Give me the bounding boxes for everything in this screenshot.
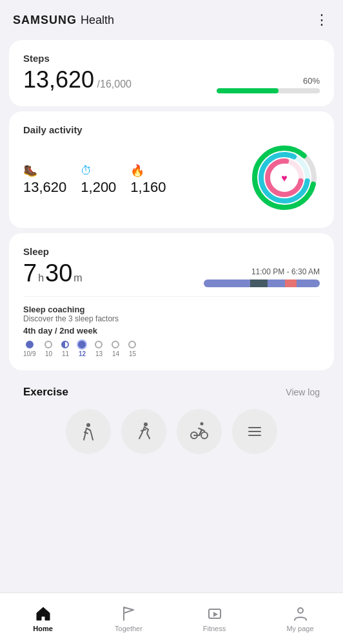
dot-col-4: 12 (78, 341, 86, 357)
dot-4 (78, 341, 86, 348)
exercise-section: Exercise View log (9, 375, 334, 460)
dot-3 (61, 341, 69, 348)
person-icon (292, 605, 309, 622)
sleep-m-unit: m (74, 272, 82, 284)
sleep-coaching: Sleep coaching Discover the 3 sleep fact… (23, 296, 320, 357)
svg-point-17 (298, 608, 303, 613)
steps-main: 13,620 /16,000 60% (23, 66, 320, 93)
dot-col-7: 15 (128, 341, 136, 357)
activity-time-value: 1,200 (81, 179, 116, 196)
exercise-viewlog[interactable]: View log (286, 387, 320, 397)
steps-percent: 60% (303, 76, 320, 86)
svg-point-7 (86, 423, 90, 427)
sleep-h-unit: h (38, 272, 44, 284)
sleep-time-wrap: 11:00 PM - 6:30 AM (204, 267, 320, 287)
dot-col-1: 10/9 (23, 341, 35, 357)
exercise-more-button[interactable] (232, 409, 277, 454)
bottom-nav: Home Together Fitness My page (0, 592, 343, 644)
sleep-main: 7 h 30 m 11:00 PM - 6:30 AM (23, 260, 320, 287)
dot-label-2: 10 (45, 350, 52, 357)
fitness-icon (206, 605, 223, 622)
dot-col-3: 11 (61, 341, 69, 357)
steps-value: 13,620 (23, 66, 94, 93)
steps-goal: /16,000 (97, 79, 132, 90)
sleep-title: Sleep (23, 246, 320, 257)
steps-icon: 🥾 (23, 164, 37, 178)
svg-rect-13 (248, 431, 261, 432)
logo-health: Health (81, 14, 114, 27)
nav-mypage[interactable]: My page (257, 605, 343, 632)
coaching-title: Sleep coaching (23, 305, 320, 314)
dot-7 (128, 341, 136, 348)
menu-button[interactable]: ⋮ (315, 12, 330, 28)
svg-text:♥: ♥ (281, 173, 288, 184)
nav-together[interactable]: Together (86, 605, 172, 632)
home-icon (35, 605, 52, 622)
svg-point-11 (201, 432, 208, 439)
logo-samsung: SAMSUNG (13, 14, 77, 27)
nav-fitness-label: Fitness (203, 625, 226, 632)
steps-progress-fill (217, 88, 279, 93)
dot-label-6: 14 (112, 350, 119, 357)
time-icon: ⏱ (81, 164, 92, 178)
coaching-day: 4th day / 2nd week (23, 326, 320, 336)
exercise-header: Exercise View log (23, 386, 320, 399)
exercise-run-button[interactable] (121, 409, 166, 454)
steps-progress-bar (217, 88, 320, 93)
coaching-dots: 10/9 10 11 12 (23, 341, 320, 357)
sleep-bar (204, 279, 320, 287)
steps-card: Steps 13,620 /16,000 60% (9, 40, 334, 106)
activity-card: Daily activity 🥾 13,620 ⏱ 1,200 🔥 1,160 (9, 111, 334, 228)
activity-stat-steps: 🥾 13,620 (23, 164, 66, 196)
calories-icon: 🔥 (130, 164, 144, 178)
sleep-hours: 7 (23, 260, 37, 287)
activity-calories-value: 1,160 (130, 179, 166, 196)
flag-icon (121, 605, 137, 622)
nav-home-label: Home (33, 625, 53, 632)
dot-col-6: 14 (112, 341, 119, 357)
activity-title: Daily activity (23, 124, 320, 135)
sleep-duration: 7 h 30 m (23, 260, 83, 287)
svg-point-9 (201, 422, 204, 426)
nav-fitness[interactable]: Fitness (172, 605, 257, 632)
dot-6 (112, 341, 119, 348)
exercise-title: Exercise (23, 386, 68, 399)
sleep-card: Sleep 7 h 30 m 11:00 PM - 6:30 AM Sleep … (9, 233, 334, 370)
dot-label-4: 12 (79, 350, 86, 357)
steps-title: Steps (23, 53, 320, 64)
activity-stats: 🥾 13,620 ⏱ 1,200 🔥 1,160 (23, 164, 166, 196)
svg-rect-14 (248, 435, 261, 436)
exercise-cycle-button[interactable] (177, 409, 222, 454)
app-header: SAMSUNG Health ⋮ (0, 0, 343, 35)
dot-label-3: 11 (62, 350, 69, 357)
dot-label-1: 10/9 (23, 350, 35, 357)
activity-heart-ring: ♥ (249, 144, 320, 215)
sleep-minutes: 30 (45, 260, 72, 287)
coaching-desc: Discover the 3 sleep factors (23, 314, 320, 323)
exercise-walk-button[interactable] (66, 409, 111, 454)
dot-col-2: 10 (44, 341, 52, 357)
svg-rect-12 (248, 427, 261, 428)
activity-stat-time: ⏱ 1,200 (81, 164, 116, 196)
nav-mypage-label: My page (286, 625, 313, 632)
steps-progress-wrap: 60% (144, 76, 320, 93)
dot-2 (44, 341, 52, 348)
activity-steps-value: 13,620 (23, 179, 66, 196)
steps-value-wrap: 13,620 /16,000 (23, 66, 132, 93)
nav-together-label: Together (115, 625, 142, 632)
svg-marker-16 (213, 612, 218, 617)
dot-5 (95, 341, 103, 348)
dot-col-5: 13 (95, 341, 103, 357)
dot-label-7: 15 (129, 350, 136, 357)
svg-point-8 (144, 422, 148, 426)
activity-stat-calories: 🔥 1,160 (130, 164, 166, 196)
nav-home[interactable]: Home (0, 605, 86, 632)
sleep-time-range: 11:00 PM - 6:30 AM (251, 267, 320, 276)
exercise-icons (23, 409, 320, 454)
activity-content: 🥾 13,620 ⏱ 1,200 🔥 1,160 (23, 144, 320, 215)
dot-label-5: 13 (95, 350, 103, 357)
app-logo: SAMSUNG Health (13, 14, 114, 27)
dot-1 (26, 341, 34, 348)
